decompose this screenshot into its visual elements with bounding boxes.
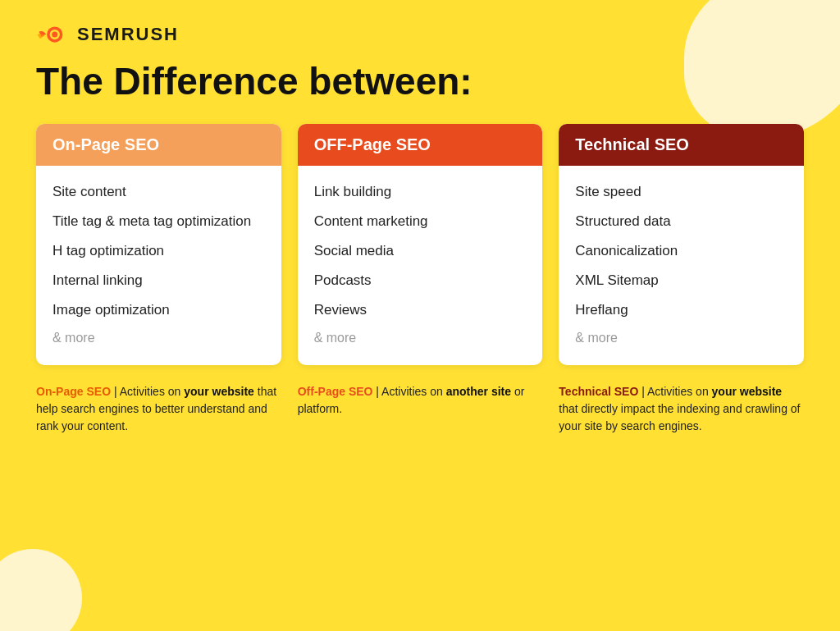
list-item: Image optimization [52,295,265,325]
offpage-card-body: Link building Content marketing Social m… [298,166,543,365]
page-wrapper: SEMRUSH The Difference between: On-Page … [0,0,840,631]
list-item: Podcasts [314,266,527,295]
list-item: Canonicalization [575,236,788,266]
onpage-description: On-Page SEO | Activities on your website… [36,383,281,435]
descriptions-row: On-Page SEO | Activities on your website… [36,383,804,435]
list-item: Site speed [575,177,788,207]
onpage-header-title: On-Page SEO [52,135,159,153]
semrush-logo-icon [36,23,71,46]
list-item-more: & more [52,325,265,352]
technical-seo-card: Technical SEO Site speed Structured data… [559,124,804,365]
offpage-description: Off-Page SEO | Activities on another sit… [298,383,543,435]
main-title: The Difference between: [36,61,804,103]
list-item: Structured data [575,207,788,236]
onpage-desc-label: On-Page SEO [36,385,111,398]
logo-text: SEMRUSH [77,24,179,45]
list-item: Title tag & meta tag optimization [52,207,265,236]
list-item: Internal linking [52,266,265,295]
onpage-card-header: On-Page SEO [36,124,281,166]
list-item-more: & more [314,325,527,352]
technical-card-header: Technical SEO [559,124,804,166]
list-item: Reviews [314,295,527,325]
svg-point-2 [52,32,57,38]
onpage-card-body: Site content Title tag & meta tag optimi… [36,166,281,365]
logo: SEMRUSH [36,23,179,46]
list-item: Hreflang [575,295,788,325]
technical-header-title: Technical SEO [575,135,689,153]
offpage-seo-card: OFF-Page SEO Link building Content marke… [298,124,543,365]
list-item: Site content [52,177,265,207]
cards-row: On-Page SEO Site content Title tag & met… [36,124,804,365]
onpage-seo-card: On-Page SEO Site content Title tag & met… [36,124,281,365]
technical-description: Technical SEO | Activities on your websi… [559,383,804,435]
offpage-desc-bold: another site [446,385,511,398]
offpage-desc-label: Off-Page SEO [298,385,373,398]
header: SEMRUSH [36,23,804,46]
offpage-header-title: OFF-Page SEO [314,135,431,153]
main-content: SEMRUSH The Difference between: On-Page … [36,23,804,435]
onpage-desc-bold: your website [184,385,254,398]
decorative-blob-bottom [0,549,82,631]
offpage-card-header: OFF-Page SEO [298,124,543,166]
technical-desc-label: Technical SEO [559,385,638,398]
list-item-more: & more [575,325,788,352]
list-item: Content marketing [314,207,527,236]
list-item: XML Sitemap [575,266,788,295]
list-item: H tag optimization [52,236,265,266]
technical-desc-bold: your website [712,385,783,398]
list-item: Social media [314,236,527,266]
technical-card-body: Site speed Structured data Canonicalizat… [559,166,804,365]
list-item: Link building [314,177,527,207]
